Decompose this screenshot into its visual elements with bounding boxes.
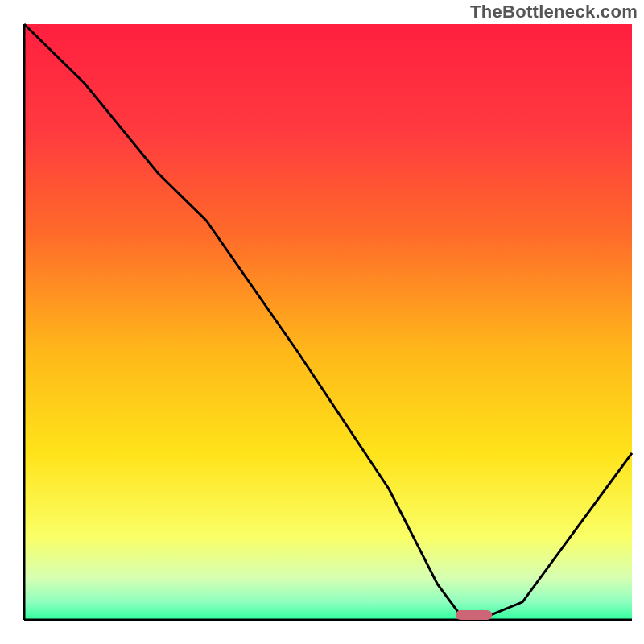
bottleneck-chart: [0, 0, 644, 644]
chart-container: TheBottleneck.com: [0, 0, 644, 644]
plot-background: [24, 24, 632, 620]
optimal-marker: [456, 610, 492, 620]
